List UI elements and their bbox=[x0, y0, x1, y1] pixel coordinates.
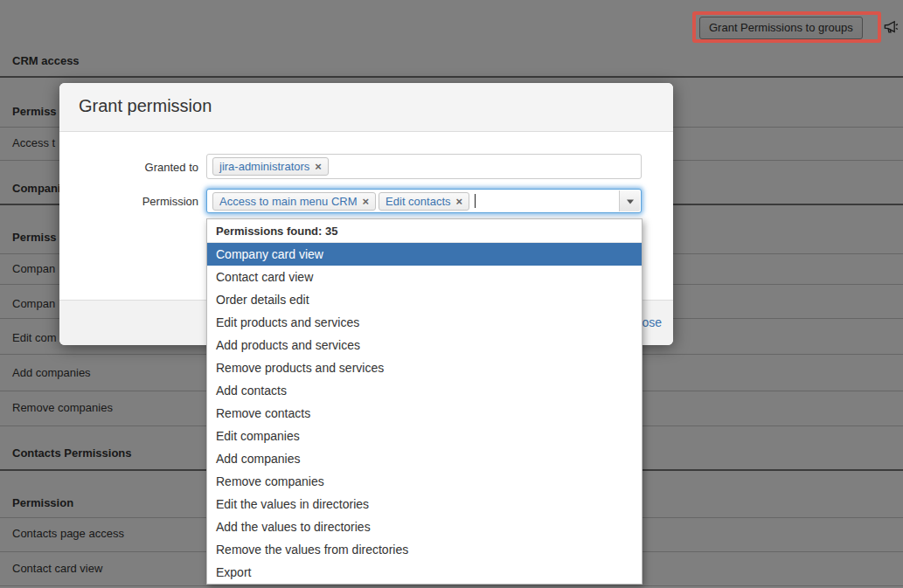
dropdown-item[interactable]: Edit products and services bbox=[207, 311, 642, 334]
text-caret bbox=[475, 194, 476, 208]
dropdown-item[interactable]: Add contacts bbox=[207, 379, 642, 402]
granted-to-input[interactable]: jira-administrators × bbox=[206, 154, 642, 179]
dropdown-item[interactable]: Remove companies bbox=[207, 470, 642, 493]
tag-label: Edit contacts bbox=[386, 195, 450, 208]
remove-tag-icon[interactable]: × bbox=[315, 160, 322, 173]
permissions-dropdown: Permissions found: 35 Company card view … bbox=[206, 218, 643, 585]
tag-label: jira-administrators bbox=[219, 160, 309, 173]
remove-tag-icon[interactable]: × bbox=[363, 195, 370, 208]
dropdown-toggle-button[interactable] bbox=[619, 190, 640, 211]
dropdown-item[interactable]: Remove the values from directories bbox=[207, 538, 642, 561]
dropdown-item[interactable]: Remove products and services bbox=[207, 356, 642, 379]
dropdown-item[interactable]: Add companies bbox=[207, 447, 642, 470]
dropdown-header: Permissions found: 35 bbox=[207, 219, 642, 243]
dropdown-item[interactable]: Export bbox=[207, 561, 642, 584]
permission-tag: Edit contacts × bbox=[379, 192, 469, 211]
remove-tag-icon[interactable]: × bbox=[456, 195, 463, 208]
tag-label: Access to main menu CRM bbox=[219, 195, 358, 208]
dropdown-item[interactable]: Company card view bbox=[207, 243, 642, 266]
dropdown-item[interactable]: Remove contacts bbox=[207, 402, 642, 425]
granted-to-tag: jira-administrators × bbox=[212, 157, 329, 176]
dropdown-item[interactable]: Order details edit bbox=[207, 288, 642, 311]
chevron-down-icon bbox=[627, 200, 634, 204]
permission-tag: Access to main menu CRM × bbox=[212, 192, 376, 211]
granted-to-label: Granted to bbox=[59, 161, 198, 174]
dropdown-item[interactable]: Edit the values in directories bbox=[207, 493, 642, 515]
dialog-title: Grant permission bbox=[79, 96, 212, 116]
annotation-highlight-box bbox=[692, 11, 881, 43]
permission-input[interactable]: Access to main menu CRM × Edit contacts … bbox=[206, 189, 642, 213]
dialog-header: Grant permission bbox=[59, 83, 673, 132]
dropdown-item[interactable]: Add products and services bbox=[207, 334, 642, 356]
dropdown-item[interactable]: Add the values to directories bbox=[207, 515, 642, 538]
permission-label: Permission bbox=[59, 195, 198, 208]
dropdown-item[interactable]: Edit companies bbox=[207, 425, 642, 447]
dropdown-item[interactable]: Contact card view bbox=[207, 266, 642, 288]
